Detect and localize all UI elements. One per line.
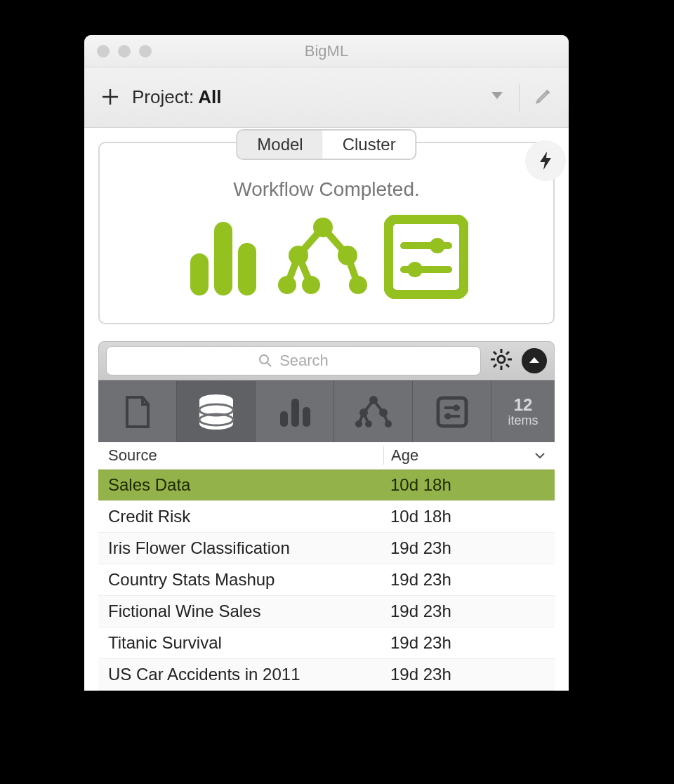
dataset-icon [185,215,262,302]
svg-rect-0 [190,253,209,295]
svg-rect-1 [214,222,232,295]
settings-button[interactable] [489,347,513,374]
prediction-icon [384,215,468,302]
workflow-panel: Model Cluster Workflow Completed. [98,142,555,324]
svg-rect-28 [280,411,288,427]
svg-point-36 [385,420,392,427]
add-project-button[interactable] [101,85,119,110]
svg-line-23 [494,364,496,367]
svg-point-11 [430,238,445,253]
item-count-number: 12 [514,395,533,415]
project-value: All [198,86,221,108]
cell-age: 10d 18h [383,507,545,526]
svg-point-4 [289,246,308,265]
cell-age: 19d 23h [383,665,545,684]
svg-point-5 [338,246,357,265]
svg-rect-9 [388,219,464,295]
svg-line-22 [506,364,509,367]
svg-point-6 [278,276,296,294]
table-row[interactable]: Sales Data10d 18h [98,470,555,501]
svg-point-13 [407,262,423,277]
table-row[interactable]: Titanic Survival19d 23h [98,627,555,659]
edit-project-button[interactable] [535,88,552,107]
svg-point-32 [359,408,368,417]
svg-point-31 [369,396,378,404]
pencil-icon [535,88,552,105]
zoom-window-button[interactable] [139,45,152,58]
table-row[interactable]: Credit Risk10d 18h [98,501,555,533]
tree-icon [354,394,393,430]
sort-indicator-icon [535,449,545,462]
svg-point-39 [453,404,459,411]
content-area: Model Cluster Workflow Completed. [84,128,569,691]
search-placeholder: Search [279,352,329,370]
cell-source: Iris Flower Classification [108,538,383,558]
tab-clusters[interactable] [334,381,413,442]
search-icon [258,354,272,368]
svg-point-14 [260,355,268,364]
cell-age: 19d 23h [383,633,545,653]
chevron-down-icon [491,91,503,101]
model-tree-icon [277,215,369,302]
svg-point-41 [444,413,451,419]
svg-point-16 [498,356,505,363]
table-row[interactable]: US Car Accidents in 201119d 23h [98,659,555,691]
cell-age: 19d 23h [383,570,545,590]
resource-type-tabs: 12 items [98,380,555,442]
tab-sources[interactable] [98,381,177,442]
svg-point-34 [355,420,362,427]
titlebar: BigML [84,35,569,67]
collapse-button[interactable] [522,348,547,373]
window-controls [97,45,152,58]
item-count-label: items [508,413,538,428]
app-window: BigML Project: All Model Cluster [84,35,569,691]
svg-point-8 [349,276,367,294]
svg-rect-37 [438,398,466,426]
project-dropdown-button[interactable] [491,90,503,105]
cell-source: Country Stats Mashup [108,570,383,590]
workflow-tabs: Model Cluster [236,129,416,160]
tab-datasets[interactable] [177,381,256,442]
workflow-icons [107,215,546,302]
cell-age: 19d 23h [383,602,545,621]
file-icon [123,394,152,430]
column-age[interactable]: Age [383,446,545,465]
project-toolbar: Project: All [84,67,569,128]
svg-rect-30 [303,407,310,427]
sliders-icon [435,395,469,429]
tab-cluster[interactable]: Cluster [323,131,416,159]
workflow-status: Workflow Completed. [107,178,546,201]
search-input[interactable]: Search [106,346,481,376]
svg-rect-2 [238,243,256,295]
chevron-up-icon [527,354,541,368]
svg-rect-29 [291,399,299,427]
window-title: BigML [84,42,569,60]
svg-point-35 [365,420,372,427]
quick-action-button[interactable] [525,140,566,181]
tab-models[interactable] [256,381,334,442]
close-window-button[interactable] [97,45,110,58]
svg-line-21 [494,352,496,354]
gear-icon [489,347,513,371]
bars-icon [277,394,312,430]
table-header: Source Age [98,442,555,470]
column-source[interactable]: Source [108,446,383,465]
svg-line-15 [267,363,271,366]
bolt-icon [537,150,554,171]
table-body: Sales Data10d 18hCredit Risk10d 18hIris … [98,470,555,691]
plus-icon [101,88,119,106]
toolbar-divider [519,84,520,112]
svg-point-3 [313,218,333,237]
minimize-window-button[interactable] [118,45,131,58]
tab-model[interactable]: Model [237,131,322,159]
table-row[interactable]: Fictional Wine Sales19d 23h [98,596,555,627]
item-count: 12 items [491,381,555,442]
tab-predictions[interactable] [413,381,491,442]
table-row[interactable]: Iris Flower Classification19d 23h [98,533,555,564]
table-row[interactable]: Country Stats Mashup19d 23h [98,564,555,596]
svg-point-7 [302,276,320,294]
search-toolbar: Search [98,341,555,380]
project-label: Project: [132,86,194,108]
cell-age: 10d 18h [383,475,545,495]
svg-line-24 [506,352,509,354]
